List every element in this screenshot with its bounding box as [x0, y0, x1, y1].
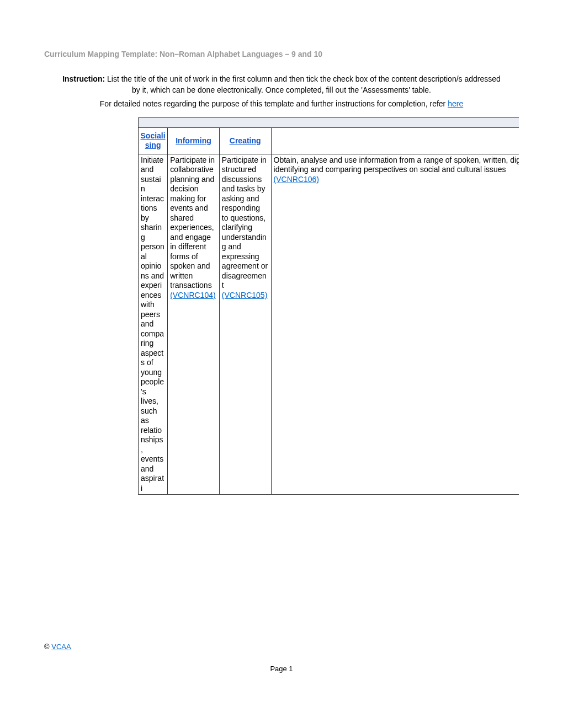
- code-link-vcnrc104[interactable]: (VCNRC104): [170, 291, 215, 299]
- table-row: Initiate and sustain interactions by sha…: [139, 154, 519, 495]
- curriculum-table-wrap: Socialising Informing Creating Initiate …: [44, 117, 519, 495]
- cell-text: Obtain, analyse and use information from…: [274, 156, 519, 174]
- code-link-vcnrc105[interactable]: (VCNRC105): [222, 291, 267, 299]
- header-socialising: Socialising: [139, 127, 168, 154]
- here-link[interactable]: here: [448, 99, 463, 108]
- cell-text: Participate in structured discussions an…: [222, 156, 268, 290]
- instruction-label: Instruction:: [62, 74, 105, 83]
- code-link-vcnrc106[interactable]: (VCNRC106): [274, 175, 319, 184]
- header-informing: Informing: [168, 127, 220, 154]
- cell-text: Initiate and sustain interactions by sha…: [141, 156, 164, 493]
- vcaa-link[interactable]: VCAA: [51, 643, 71, 651]
- table-top-row: [139, 117, 519, 127]
- cell-text: Participate in collaborative planning an…: [170, 156, 215, 290]
- instruction-line2: For detailed notes regarding the purpose…: [44, 99, 519, 110]
- copyright-symbol: ©: [44, 643, 50, 651]
- header-blank1: [271, 127, 519, 154]
- cell-creating-1: Obtain, analyse and use information from…: [271, 154, 519, 495]
- footer-page-number: Page 1: [0, 665, 563, 673]
- table-header-row: Socialising Informing Creating: [139, 127, 519, 154]
- document-title: Curriculum Mapping Template: Non–Roman A…: [44, 50, 519, 58]
- curriculum-table: Socialising Informing Creating Initiate …: [138, 117, 519, 495]
- instruction-text: Instruction: List the title of the unit …: [44, 74, 519, 95]
- header-creating: Creating: [219, 127, 271, 154]
- cell-informing-1: Participate in collaborative planning an…: [168, 154, 220, 495]
- cell-informing-2: Participate in structured discussions an…: [219, 154, 271, 495]
- cell-socialising: Initiate and sustain interactions by sha…: [139, 154, 168, 495]
- instruction-line2-prefix: For detailed notes regarding the purpose…: [100, 99, 448, 108]
- instruction-line1: List the title of the unit of work in th…: [107, 74, 501, 94]
- footer-copyright: © VCAA: [44, 643, 71, 651]
